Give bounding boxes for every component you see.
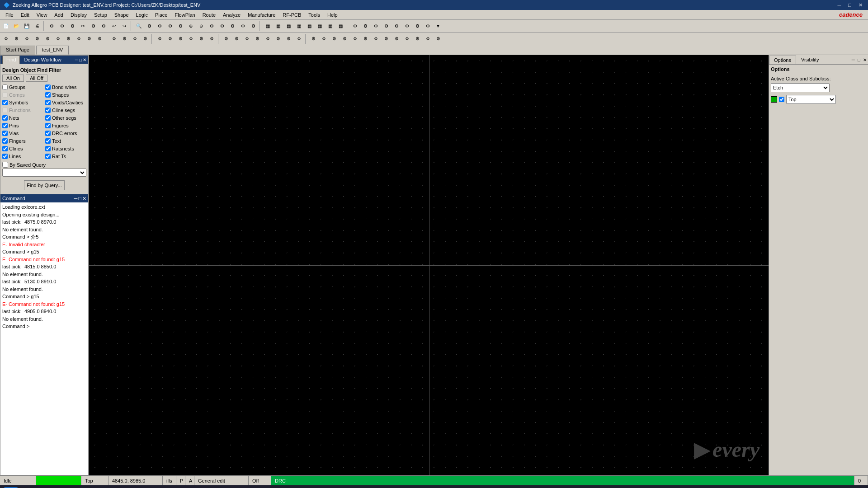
tb-s5[interactable]: ⚙	[88, 21, 98, 31]
cb-symbols-input[interactable]	[2, 100, 8, 105]
tb2-s33[interactable]: ⚙	[350, 34, 360, 44]
cb-figures-input[interactable]	[45, 123, 51, 128]
tb-s10[interactable]: ⚙	[165, 21, 175, 31]
tb2-s19[interactable]: ⚙	[196, 34, 206, 44]
maximize-button[interactable]: □	[846, 2, 853, 8]
tb-s12[interactable]: ⊕	[186, 21, 196, 31]
right-panel-restore[interactable]: □	[856, 57, 862, 62]
menu-flowplan[interactable]: FlowPlan	[171, 11, 198, 19]
tb2-s28[interactable]: ⚙	[294, 34, 304, 44]
tb2-s20[interactable]: ⚙	[207, 34, 217, 44]
canvas-area[interactable]: ▶ every	[89, 55, 769, 475]
tb2-s21[interactable]: ⚙	[221, 34, 231, 44]
menu-rfpcb[interactable]: RF-PCB	[279, 11, 305, 19]
tb2-s7[interactable]: ⚙	[63, 34, 73, 44]
cb-lines-input[interactable]	[2, 154, 8, 159]
tb2-s17[interactable]: ⚙	[175, 34, 185, 44]
tb2-s41[interactable]: ⚙	[433, 34, 443, 44]
tb-s22[interactable]: ▦	[294, 21, 304, 31]
tb2-s5[interactable]: ⚙	[42, 34, 52, 44]
tb-s14[interactable]: ⚙	[207, 21, 217, 31]
tab-start-page[interactable]: Start Page	[0, 46, 35, 55]
minimize-button[interactable]: ─	[836, 2, 843, 8]
tb2-s29[interactable]: ⚙	[308, 34, 318, 44]
tb-s32[interactable]: ⚙	[402, 21, 412, 31]
tb-s29[interactable]: ⚙	[371, 21, 381, 31]
cb-rat-ts-input[interactable]	[45, 154, 51, 159]
tb2-s39[interactable]: ⚙	[412, 34, 422, 44]
tb-s1[interactable]: ⚙	[47, 21, 57, 31]
tb-s13[interactable]: ⊖	[196, 21, 206, 31]
tab-test-env[interactable]: test_ENV	[36, 46, 69, 55]
tb2-s35[interactable]: ⚙	[371, 34, 381, 44]
tb-s16[interactable]: ⚙	[227, 21, 237, 31]
tb2-s4[interactable]: ⚙	[32, 34, 42, 44]
tb2-s40[interactable]: ⚙	[423, 34, 433, 44]
tab-find[interactable]: Find	[2, 56, 20, 64]
tb-s2[interactable]: ⚙	[57, 21, 67, 31]
menu-logic[interactable]: Logic	[132, 11, 151, 19]
cb-other-segs-input[interactable]	[45, 115, 51, 121]
tb2-s12[interactable]: ⚙	[119, 34, 129, 44]
cb-fingers-input[interactable]	[2, 138, 8, 144]
menu-route[interactable]: Route	[199, 11, 219, 19]
command-panel-close[interactable]: ✕	[82, 196, 86, 202]
tb-s3[interactable]: ⚙	[67, 21, 77, 31]
tb2-s30[interactable]: ⚙	[319, 34, 329, 44]
tb-s26[interactable]: ▦	[335, 21, 345, 31]
find-scroll[interactable]: Design Object Find Filter All On All Off…	[0, 64, 88, 194]
tb-s21[interactable]: ▦	[283, 21, 293, 31]
tb2-s31[interactable]: ⚙	[329, 34, 339, 44]
menu-view[interactable]: View	[33, 11, 51, 19]
tb-s31[interactable]: ⚙	[392, 21, 401, 31]
tb2-s23[interactable]: ⚙	[242, 34, 252, 44]
tb2-s22[interactable]: ⚙	[231, 34, 241, 44]
tb2-s14[interactable]: ⚙	[140, 34, 150, 44]
tb2-s27[interactable]: ⚙	[283, 34, 293, 44]
tb-s19[interactable]: ▦	[263, 21, 273, 31]
tb-s23[interactable]: ▦	[304, 21, 314, 31]
tb2-s11[interactable]: ⚙	[109, 34, 119, 44]
tb2-s18[interactable]: ⚙	[186, 34, 196, 44]
tb2-s25[interactable]: ⚙	[263, 34, 273, 44]
subclass-select[interactable]: Top	[786, 95, 836, 104]
menu-tools[interactable]: Tools	[305, 11, 324, 19]
tb-s30[interactable]: ⚙	[381, 21, 391, 31]
tb2-s24[interactable]: ⚙	[252, 34, 262, 44]
find-panel-minimize[interactable]: ─	[75, 57, 78, 62]
tb-new[interactable]: 📄	[1, 21, 11, 31]
menu-manufacture[interactable]: Manufacture	[244, 11, 279, 19]
all-on-button[interactable]: All On	[2, 75, 24, 82]
cb-bond-wires-input[interactable]	[45, 84, 51, 90]
menu-edit[interactable]: Edit	[17, 11, 33, 19]
tb-print[interactable]: 🖨	[32, 21, 42, 31]
tb-s15[interactable]: ⚙	[217, 21, 227, 31]
tb2-s1[interactable]: ⚙	[1, 34, 11, 44]
command-panel-restore[interactable]: □	[78, 196, 81, 202]
subclass-checkbox[interactable]	[779, 97, 784, 102]
tb2-s3[interactable]: ⚙	[22, 34, 32, 44]
cb-ratsnests-input[interactable]	[45, 146, 51, 151]
tb-s27[interactable]: ⚙	[350, 21, 360, 31]
tb2-s37[interactable]: ⚙	[392, 34, 401, 44]
find-panel-close[interactable]: ✕	[83, 57, 86, 62]
tb-s18[interactable]: ⚙	[248, 21, 258, 31]
tb-s25[interactable]: ▦	[325, 21, 335, 31]
tab-design-workflow[interactable]: Design Workflow	[20, 56, 65, 64]
tb2-s36[interactable]: ⚙	[381, 34, 391, 44]
cb-nets-input[interactable]	[2, 115, 8, 121]
cb-shapes-input[interactable]	[45, 92, 51, 98]
tb2-s16[interactable]: ⚙	[165, 34, 175, 44]
find-by-query-button[interactable]: Find by Query...	[24, 180, 65, 190]
cb-vias-input[interactable]	[2, 131, 8, 136]
tb-redo[interactable]: ↪	[119, 21, 129, 31]
command-panel-minimize[interactable]: ─	[74, 196, 78, 202]
tb-s11[interactable]: ⚙	[175, 21, 185, 31]
menu-add[interactable]: Add	[51, 11, 67, 19]
cb-cline-segs-input[interactable]	[45, 108, 51, 113]
tb-dropdown[interactable]: ▼	[433, 21, 443, 31]
cb-groups-input[interactable]	[2, 84, 8, 90]
tb-s17[interactable]: ⚙	[238, 21, 248, 31]
tb2-s10[interactable]: ⚙	[94, 34, 104, 44]
right-panel-minimize[interactable]: ─	[850, 57, 856, 62]
